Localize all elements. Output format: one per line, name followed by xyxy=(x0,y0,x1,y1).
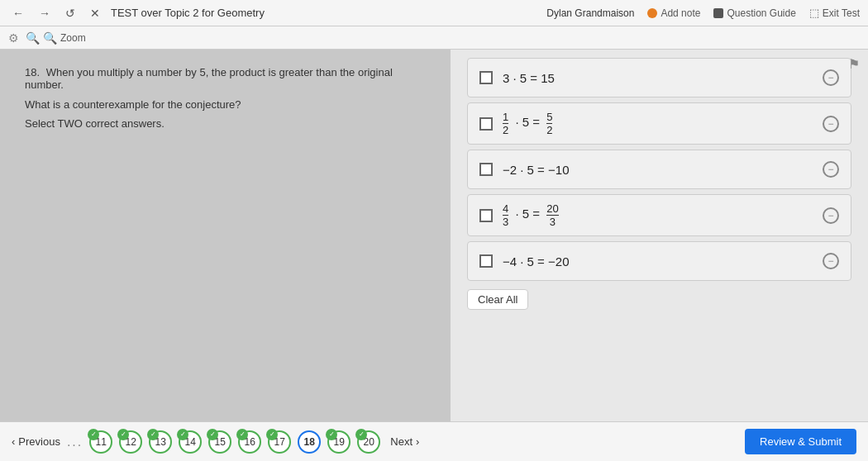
page-title: TEST over Topic 2 for Geometry xyxy=(111,7,265,19)
left-panel: 18. When you multiply a number by 5, the… xyxy=(0,50,451,421)
question-instruction: Select TWO correct answers. xyxy=(25,117,426,130)
answer-option-a[interactable]: 3 · 5 = 15 − xyxy=(467,58,851,97)
minus-circle-b[interactable]: − xyxy=(823,116,839,132)
check-icon-17: ✓ xyxy=(266,429,278,440)
answer-math-e: −4 · 5 = −20 xyxy=(503,254,570,269)
minus-circle-d[interactable]: − xyxy=(823,207,839,224)
answer-math-c: −2 · 5 = −10 xyxy=(503,163,570,177)
user-name: Dylan Grandmaison xyxy=(546,7,634,19)
back-button[interactable]: ← xyxy=(8,5,28,21)
answer-left-c: −2 · 5 = −10 xyxy=(479,163,570,177)
checkbox-e[interactable] xyxy=(479,254,493,268)
check-icon-15: ✓ xyxy=(207,429,218,440)
check-icon-13: ✓ xyxy=(147,429,159,440)
zoom-out-icon[interactable]: 🔍 xyxy=(26,31,40,45)
page-btn-18[interactable]: 18 xyxy=(298,430,321,454)
checkbox-b[interactable] xyxy=(479,117,493,131)
minus-circle-a[interactable]: − xyxy=(823,69,839,86)
question-guide-action[interactable]: Question Guide xyxy=(713,7,795,19)
forward-button[interactable]: → xyxy=(35,5,55,21)
page-btn-15[interactable]: ✓ 15 xyxy=(208,430,231,454)
answer-left-e: −4 · 5 = −20 xyxy=(479,254,570,269)
answer-left-b: 1 2 · 5 = 5 2 xyxy=(479,112,552,135)
answer-option-e[interactable]: −4 · 5 = −20 − xyxy=(467,241,851,281)
page-btn-13[interactable]: ✓ 13 xyxy=(149,430,172,454)
fraction-d-left: 4 3 xyxy=(503,203,508,227)
add-note-action[interactable]: Add note xyxy=(647,7,700,19)
checkbox-c[interactable] xyxy=(479,163,493,176)
page-btn-12[interactable]: ✓ 12 xyxy=(119,430,142,454)
next-button[interactable]: Next › xyxy=(390,435,419,448)
fraction-d-right: 20 3 xyxy=(546,203,558,227)
page-btn-20[interactable]: ✓ 20 xyxy=(357,430,380,454)
check-icon-11: ✓ xyxy=(88,429,99,440)
check-icon-14: ✓ xyxy=(177,429,188,440)
add-note-icon xyxy=(647,8,657,18)
answer-option-b[interactable]: 1 2 · 5 = 5 2 − xyxy=(467,102,851,145)
zoom-area: 🔍 🔍 Zoom xyxy=(26,31,86,45)
checkbox-d[interactable] xyxy=(479,209,493,222)
flag-button[interactable]: ⚑ xyxy=(848,56,860,72)
exit-icon: ⬚ xyxy=(809,7,819,19)
question-sub-text: What is a counterexample for the conject… xyxy=(25,97,426,112)
page-btn-14[interactable]: ✓ 14 xyxy=(179,430,202,454)
answer-option-d[interactable]: 4 3 · 5 = 20 3 − xyxy=(467,194,851,236)
main-content: 18. When you multiply a number by 5, the… xyxy=(0,50,868,421)
bottom-nav: ‹ Previous ... ✓ 11 ✓ 12 ✓ 13 ✓ 14 ✓ 15 … xyxy=(0,421,868,461)
answer-math-a: 3 · 5 = 15 xyxy=(503,71,555,85)
fraction-b-right: 5 2 xyxy=(546,112,552,135)
next-chevron-icon: › xyxy=(416,435,419,448)
exit-test-action[interactable]: ⬚ Exit Test xyxy=(809,7,860,19)
answer-math-d: 4 3 · 5 = 20 3 xyxy=(503,203,559,227)
question-number: 18. When you multiply a number by 5, the… xyxy=(25,66,426,91)
close-button[interactable]: ✕ xyxy=(86,5,104,21)
fraction-b-left: 1 2 xyxy=(503,112,508,135)
clear-all-container: Clear All xyxy=(467,289,851,310)
top-bar-left: ← → ↺ ✕ TEST over Topic 2 for Geometry xyxy=(8,5,265,21)
right-panel: 3 · 5 = 15 − 1 2 · 5 = 5 2 xyxy=(451,50,868,421)
check-icon-20: ✓ xyxy=(355,429,367,440)
page-btn-16[interactable]: ✓ 16 xyxy=(238,430,261,454)
minus-circle-c[interactable]: − xyxy=(823,161,839,178)
zoom-label: Zoom xyxy=(60,32,86,44)
page-btn-11[interactable]: ✓ 11 xyxy=(89,430,112,454)
answer-left-d: 4 3 · 5 = 20 3 xyxy=(479,203,559,227)
minus-circle-e[interactable]: − xyxy=(823,253,839,269)
prev-chevron-icon: ‹ xyxy=(12,435,15,448)
previous-button[interactable]: ‹ Previous xyxy=(12,435,60,448)
question-guide-icon xyxy=(713,8,723,18)
check-icon-16: ✓ xyxy=(236,429,248,440)
answer-left-a: 3 · 5 = 15 xyxy=(479,71,555,85)
page-btn-17[interactable]: ✓ 17 xyxy=(268,430,291,454)
dots-separator: ... xyxy=(67,435,83,449)
top-bar-right: Dylan Grandmaison Add note Question Guid… xyxy=(546,7,860,19)
answer-math-b: 1 2 · 5 = 5 2 xyxy=(503,112,552,135)
check-icon-12: ✓ xyxy=(117,429,129,440)
review-submit-button[interactable]: Review & Submit xyxy=(745,429,856,454)
page-btn-19[interactable]: ✓ 19 xyxy=(327,430,351,454)
secondary-bar: ⚙ 🔍 🔍 Zoom xyxy=(0,26,868,50)
settings-icon: ⚙ xyxy=(8,31,19,45)
flag-icon: ⚑ xyxy=(848,57,860,71)
zoom-in-icon[interactable]: 🔍 xyxy=(43,31,57,45)
clear-all-button[interactable]: Clear All xyxy=(467,289,528,310)
refresh-button[interactable]: ↺ xyxy=(61,5,79,21)
answer-option-c[interactable]: −2 · 5 = −10 − xyxy=(467,150,851,189)
top-bar: ← → ↺ ✕ TEST over Topic 2 for Geometry D… xyxy=(0,0,868,26)
checkbox-a[interactable] xyxy=(479,71,493,84)
check-icon-19: ✓ xyxy=(326,429,337,440)
